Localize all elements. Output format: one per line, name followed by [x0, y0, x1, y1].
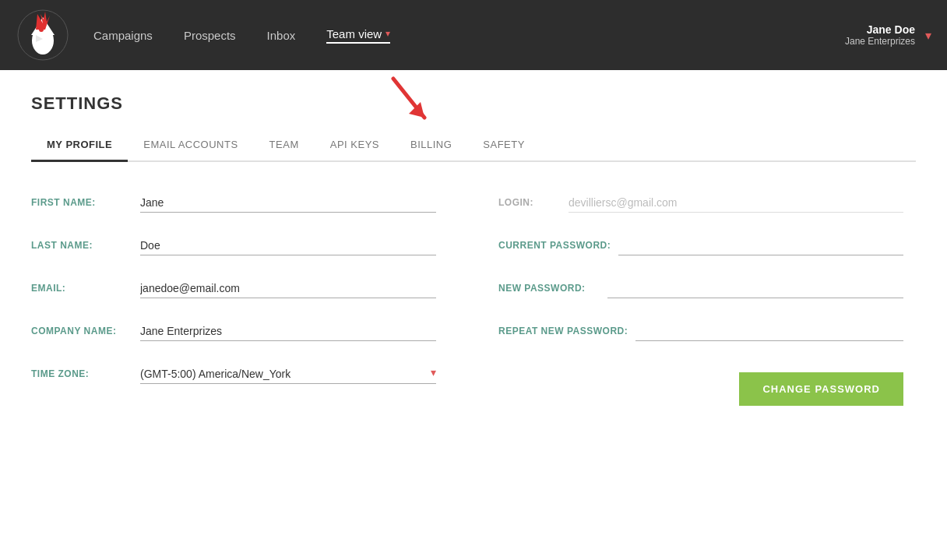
user-info: Jane Doe Jane Enterprizes	[845, 23, 915, 47]
nav-inbox[interactable]: Inbox	[267, 29, 296, 42]
first-name-row: FIRST NAME:	[31, 193, 436, 213]
timezone-row: TIME ZONE: (GMT-5:00) America/New_York (…	[31, 365, 436, 384]
profile-form: FIRST NAME: LAST NAME: EMAIL: COMPANY NA…	[31, 193, 916, 407]
current-password-row: CURRENT PASSWORD:	[498, 236, 903, 255]
tabs-container: MY PROFILE EMAIL ACCOUNTS TEAM API KEYS …	[31, 129, 916, 162]
last-name-input[interactable]	[140, 236, 436, 255]
tab-email-accounts[interactable]: EMAIL ACCOUNTS	[128, 129, 253, 162]
login-label: LOGIN:	[498, 197, 561, 213]
nav-prospects[interactable]: Prospects	[184, 29, 236, 42]
settings-title: SETTINGS	[31, 93, 916, 114]
tab-api-keys[interactable]: API KEYS	[315, 129, 395, 162]
tab-safety[interactable]: SAFETY	[467, 129, 540, 162]
repeat-password-label: REPEAT NEW PASSWORD:	[498, 326, 628, 341]
form-left-column: FIRST NAME: LAST NAME: EMAIL: COMPANY NA…	[31, 193, 436, 407]
email-label: EMAIL:	[31, 283, 132, 298]
change-password-button[interactable]: CHANGE PASSWORD	[739, 372, 903, 406]
main-content: SETTINGS MY PROFILE EMAIL ACCOUNTS TEAM …	[0, 70, 947, 431]
first-name-label: FIRST NAME:	[31, 197, 132, 213]
tab-billing[interactable]: BILLING	[395, 129, 467, 162]
login-row: LOGIN:	[498, 193, 903, 213]
nav-campaigns[interactable]: Campaigns	[93, 29, 153, 42]
company-name-input[interactable]	[140, 322, 436, 341]
last-name-row: LAST NAME:	[31, 236, 436, 255]
user-name: Jane Doe	[845, 23, 915, 36]
repeat-password-input[interactable]	[635, 322, 903, 341]
email-row: EMAIL:	[31, 279, 436, 298]
svg-marker-7	[409, 102, 424, 118]
nav-team-view[interactable]: Team view ▾	[326, 27, 390, 44]
user-chevron-icon: ▾	[925, 28, 931, 43]
current-password-input[interactable]	[618, 236, 903, 255]
user-section[interactable]: Jane Doe Jane Enterprizes ▾	[845, 23, 931, 47]
form-right-column: LOGIN: CURRENT PASSWORD: NEW PASSWORD: R…	[498, 193, 903, 407]
repeat-password-row: REPEAT NEW PASSWORD:	[498, 322, 903, 341]
user-company: Jane Enterprizes	[845, 36, 915, 47]
settings-tabs: MY PROFILE EMAIL ACCOUNTS TEAM API KEYS …	[31, 129, 916, 162]
nav-team-view-label: Team view	[326, 27, 382, 41]
logo[interactable]	[16, 8, 70, 62]
timezone-label: TIME ZONE:	[31, 368, 132, 384]
email-input[interactable]	[140, 279, 436, 298]
svg-point-4	[39, 27, 44, 32]
main-nav: Campaigns Prospects Inbox Team view ▾	[93, 27, 845, 44]
company-name-row: COMPANY NAME:	[31, 322, 436, 341]
new-password-row: NEW PASSWORD:	[498, 279, 903, 298]
last-name-label: LAST NAME:	[31, 240, 132, 255]
api-keys-arrow-annotation	[382, 71, 444, 136]
tab-team[interactable]: TEAM	[254, 129, 315, 162]
first-name-input[interactable]	[140, 193, 436, 213]
header: Campaigns Prospects Inbox Team view ▾ Ja…	[0, 0, 947, 70]
team-view-chevron-icon: ▾	[385, 28, 390, 39]
new-password-input[interactable]	[607, 279, 903, 298]
current-password-label: CURRENT PASSWORD:	[498, 240, 611, 255]
login-input	[569, 193, 903, 213]
timezone-select-wrapper: (GMT-5:00) America/New_York (GMT-8:00) A…	[140, 365, 436, 384]
new-password-label: NEW PASSWORD:	[498, 283, 600, 298]
company-name-label: COMPANY NAME:	[31, 326, 132, 341]
tab-my-profile[interactable]: MY PROFILE	[31, 129, 128, 162]
timezone-select[interactable]: (GMT-5:00) America/New_York (GMT-8:00) A…	[140, 365, 436, 383]
